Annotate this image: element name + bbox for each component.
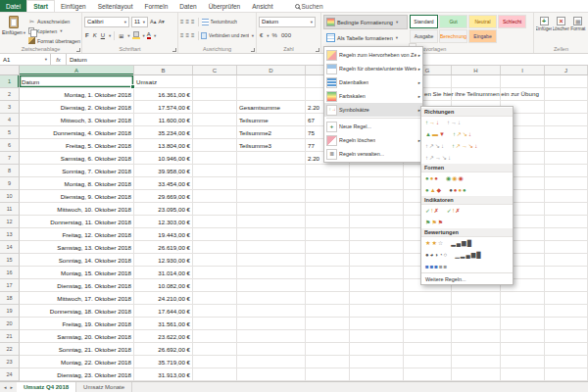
cell-i19[interactable] (501, 305, 545, 318)
cell-a8[interactable]: Sonntag, 7. Oktober 2018 (20, 165, 134, 177)
column-header-b[interactable]: B (134, 66, 193, 74)
merge-center-icon[interactable] (201, 32, 207, 39)
cell-d13[interactable] (237, 228, 306, 241)
cell-j13[interactable] (545, 228, 588, 241)
cell-j11[interactable] (545, 203, 588, 216)
ribbon-tab-formeln[interactable]: Formeln (138, 0, 173, 12)
menu-item-datenbalken[interactable]: Datenbalken▸ (324, 75, 422, 89)
cell-d9[interactable] (237, 177, 306, 190)
cell-h19[interactable] (452, 305, 501, 318)
cell-e23[interactable] (306, 356, 350, 368)
cell-j4[interactable] (545, 114, 588, 126)
cell-e20[interactable] (306, 318, 350, 330)
icon-set-option[interactable]: ↑↗→↘↓ (425, 155, 451, 161)
cell-b18[interactable]: 24.210,00 € (134, 292, 193, 305)
cell-c13[interactable] (193, 228, 237, 241)
row-header-3[interactable]: 3 (0, 101, 20, 114)
delete-cells-button[interactable]: ×Löschen (553, 15, 568, 31)
cell-j7[interactable] (545, 152, 588, 165)
cell-style-standard[interactable]: Standard (410, 15, 438, 28)
cell-b9[interactable]: 33.454,00 € (134, 177, 193, 190)
cell-j10[interactable] (545, 190, 588, 203)
cell-c3[interactable] (193, 101, 237, 114)
cell-e13[interactable] (306, 228, 350, 241)
conditional-formatting-button[interactable]: Bedingte Formatierung ▾ (323, 15, 408, 29)
column-header-a[interactable]: A (20, 66, 134, 74)
cell-c8[interactable] (193, 165, 237, 177)
row-header-9[interactable]: 9 (0, 177, 20, 190)
cell-d18[interactable] (237, 292, 306, 305)
cell-e22[interactable] (306, 343, 350, 356)
icon-set-option[interactable]: ▁▂▄▆█ (455, 252, 480, 258)
insert-cells-button[interactable]: +Einfügen (536, 15, 552, 31)
align-top-icon[interactable]: ≡ (180, 19, 184, 24)
cell-c19[interactable] (193, 305, 237, 318)
name-box[interactable]: A1▾ (0, 54, 51, 65)
align-left-icon[interactable]: ≡ (180, 32, 184, 38)
icon-set-option[interactable]: ↑→↓ (447, 120, 461, 125)
cell-h22[interactable] (452, 343, 501, 356)
cell-h23[interactable] (452, 356, 501, 368)
sheet-tab-umsatz-monate[interactable]: Umsatz Monate (76, 382, 132, 392)
cell-d11[interactable] (237, 203, 306, 216)
cell-d5[interactable]: Teilsumme2 (237, 126, 306, 139)
cell-a16[interactable]: Montag, 15. Oktober 2018 (20, 267, 134, 279)
cell-style-berechnung[interactable]: Berechnung (439, 29, 467, 43)
cell-a9[interactable]: Montag, 8. Oktober 2018 (20, 177, 134, 190)
cell-b8[interactable]: 39.958,00 € (134, 165, 193, 177)
cell-c9[interactable] (193, 177, 237, 190)
bold-button[interactable]: F (84, 32, 90, 38)
icon-set-option[interactable]: ✓!✗ (425, 208, 439, 214)
ribbon-tab-start[interactable]: Start (26, 0, 55, 12)
icon-set-option[interactable]: ●◕◑◔○ (425, 252, 447, 258)
cell-b6[interactable]: 13.804,00 € (134, 139, 193, 152)
align-bottom-icon[interactable]: ≡ (191, 19, 195, 24)
cell-j12[interactable] (545, 216, 588, 228)
cell-style-schlecht[interactable]: Schlecht (498, 15, 526, 28)
align-right-icon[interactable]: ≡ (191, 32, 195, 38)
ribbon-tab-suchen[interactable]: Suchen (289, 0, 329, 12)
cell-f24[interactable] (350, 368, 404, 381)
menu-item-regeln-f-r-oberste-unterste-werte[interactable]: Regeln für oberste/unterste Werte▸ (324, 62, 422, 75)
cell-c14[interactable] (193, 241, 237, 254)
comma-format-button[interactable]: 000 (280, 32, 292, 38)
ribbon-tab-ansicht[interactable]: Ansicht (246, 0, 278, 12)
icon-set-option[interactable]: ↑↗↘↓ (425, 143, 444, 149)
cell-b15[interactable]: 12.930,00 € (134, 254, 193, 267)
cell-h21[interactable] (452, 330, 501, 343)
menu-item-symbols-tze[interactable]: ↑→↓Symbolsätze▸ (324, 103, 422, 117)
sheet-tab-umsatz-q4-2018[interactable]: Umsatz Q4 2018 (17, 382, 76, 392)
row-header-14[interactable]: 14 (0, 241, 20, 254)
cell-a19[interactable]: Donnerstag, 18. Oktober 2018 (20, 305, 134, 318)
cell-j9[interactable] (545, 177, 588, 190)
cell-b24[interactable]: 31.913,00 € (134, 368, 193, 381)
cell-d15[interactable] (237, 254, 306, 267)
row-header-17[interactable]: 17 (0, 279, 20, 292)
cell-j18[interactable] (545, 292, 588, 305)
row-header-5[interactable]: 5 (0, 126, 20, 139)
align-center-icon[interactable]: ≡ (186, 32, 190, 38)
row-header-6[interactable]: 6 (0, 139, 20, 152)
cell-j14[interactable] (545, 241, 588, 254)
cell-c20[interactable] (193, 318, 237, 330)
row-header-18[interactable]: 18 (0, 292, 20, 305)
cell-f16[interactable] (350, 267, 404, 279)
cell-j19[interactable] (545, 305, 588, 318)
ribbon-tab-einf-gen[interactable]: Einfügen (55, 0, 92, 12)
cell-j23[interactable] (545, 356, 588, 368)
cell-d3[interactable]: Gesamtsumme (237, 101, 306, 114)
cell-b12[interactable]: 12.303,00 € (134, 216, 193, 228)
icon-set-option[interactable]: ★★☆ (425, 240, 443, 246)
cell-d19[interactable] (237, 305, 306, 318)
cell-a4[interactable]: Mittwoch, 3. Oktober 2018 (20, 114, 134, 126)
cell-a1[interactable]: Datum (20, 75, 134, 88)
cell-e10[interactable] (306, 190, 350, 203)
cell-d6[interactable]: Teilsumme3 (237, 139, 306, 152)
cell-d4[interactable]: Teilsumme (237, 114, 306, 126)
format-as-table-button[interactable]: Als Tabelle formatieren ▾ (323, 30, 408, 45)
cell-f9[interactable] (350, 177, 404, 190)
underline-button[interactable]: U (100, 32, 106, 38)
cell-f17[interactable] (350, 279, 404, 292)
sheet-nav-left-icon[interactable]: ◂ (4, 384, 7, 390)
cell-c18[interactable] (193, 292, 237, 305)
